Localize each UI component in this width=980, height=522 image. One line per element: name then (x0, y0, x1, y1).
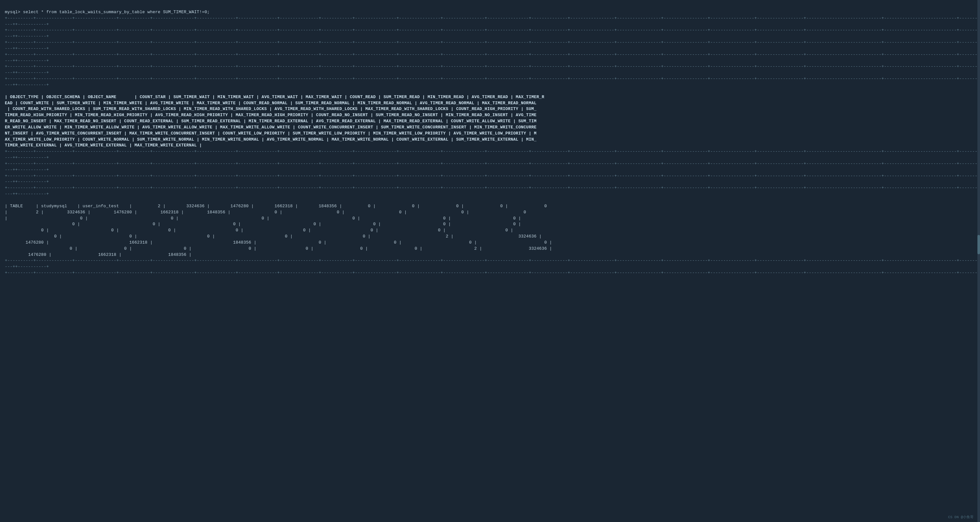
separator-3: +----------+--------------+-------------… (5, 28, 980, 32)
separator-mid-3: +----------+--------------+-------------… (5, 161, 980, 166)
separator-5: +----------+--------------+-------------… (5, 40, 980, 45)
terminal-content: mysql> select * from table_lock_waits_su… (5, 3, 975, 282)
sql-command: mysql> select * from table_lock_waits_su… (5, 10, 210, 14)
separator-11: +----------+--------------+-------------… (5, 76, 980, 81)
separator-6: ---++-----------+ (5, 46, 49, 51)
column-headers: | OBJECT_TYPE | OBJECT_SCHEMA | OBJECT_N… (5, 95, 544, 148)
scrollbar[interactable] (977, 0, 980, 522)
separator-mid-5: +----------+--------------+-------------… (5, 173, 980, 178)
separator-9: +----------+--------------+-------------… (5, 64, 980, 69)
separator-bot-1: +----------+--------------+-------------… (5, 258, 980, 263)
separator-bot-2: ---++-----------+ (5, 264, 49, 269)
separator-10: ---++-----------+ (5, 70, 49, 75)
separator-12: ---++-----------+ (5, 83, 49, 87)
separator-mid-6: ---++-----------+ (5, 179, 49, 184)
separator-mid-8: ---++-----------+ (5, 191, 49, 196)
separator-1: +----------+--------------+-------------… (5, 16, 980, 21)
separator-mid-4: ---++-----------+ (5, 167, 49, 172)
watermark-text: CS DN @小鱼哥 (948, 515, 974, 519)
separator-7: +----------+--------------+-------------… (5, 52, 980, 57)
separator-mid-7: +----------+--------------+-------------… (5, 185, 980, 190)
data-row-1: | TABLE | studymysql | user_info_test | … (5, 204, 552, 257)
terminal-window: mysql> select * from table_lock_waits_su… (0, 0, 980, 522)
separator-4: ---++-----------+ (5, 34, 49, 39)
separator-8: ---++-----------+ (5, 58, 49, 63)
separator-mid-1: +----------+--------------+-------------… (5, 149, 980, 154)
separator-bot-3: +----------+--------------+-------------… (5, 271, 980, 275)
scrollbar-thumb[interactable] (977, 235, 980, 254)
separator-2: ---++-----------+ (5, 22, 49, 27)
separator-mid-2: ---++-----------+ (5, 155, 49, 160)
